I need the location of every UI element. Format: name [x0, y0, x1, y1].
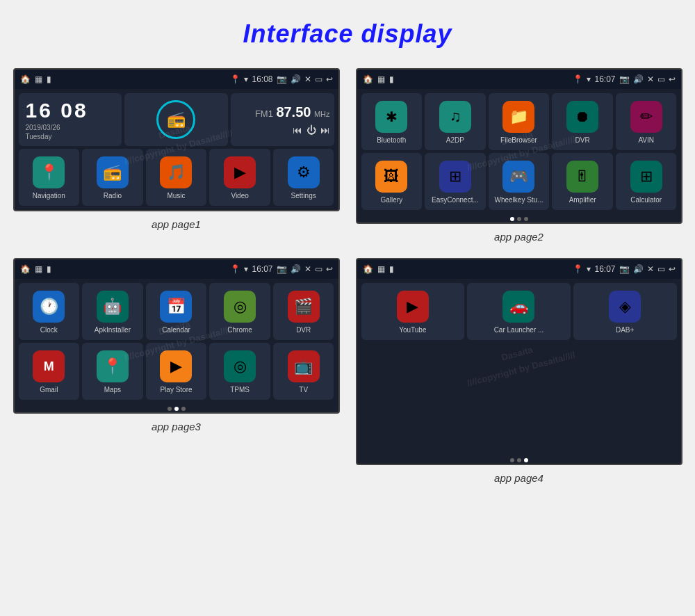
app-music[interactable]: 🎵 Music	[146, 149, 207, 206]
wifi-icon-2: ▾	[587, 74, 591, 84]
screen-block-3: 🏠 ▦ ▮ 📍 ▾ 16:07 📷 🔊 ✕ ▭ ↩ 🕐	[13, 258, 340, 484]
apkinstaller-icon-wrap: 🤖	[97, 291, 129, 323]
wheelkey-icon-wrap: 🎮	[502, 161, 534, 193]
app-gmail[interactable]: M Gmail	[19, 343, 80, 400]
app-chrome-label: Chrome	[227, 326, 252, 334]
app-bluetooth[interactable]: ✱ Bluetooth	[361, 93, 423, 150]
dot-2	[517, 217, 521, 221]
gmail-icon-wrap: M	[33, 350, 65, 382]
radio-widget[interactable]: 📻	[124, 93, 228, 146]
radio-ring: 📻	[156, 100, 195, 139]
fm-widget: FM1 87.50 MHz ⏮ ⏻ ⏭	[231, 93, 334, 146]
dot-1	[510, 217, 514, 221]
back-icon-4[interactable]: ↩	[669, 264, 676, 274]
screen-block-1: 🏠 ▦ ▮ 📍 ▾ 16:08 📷 🔊 ✕ ▭ ↩ 16	[13, 68, 340, 243]
app-settings[interactable]: ⚙ Settings	[273, 149, 334, 206]
status-bar-4: 🏠 ▦ ▮ 📍 ▾ 16:07 📷 🔊 ✕ ▭ ↩	[357, 259, 681, 279]
location-icon-2: 📍	[573, 74, 583, 84]
app-music-label: Music	[167, 192, 185, 200]
car-screen-4: 🏠 ▦ ▮ 📍 ▾ 16:07 📷 🔊 ✕ ▭ ↩ ▶	[356, 258, 682, 465]
app-video[interactable]: ▶ Video	[209, 149, 270, 206]
back-icon-3[interactable]: ↩	[326, 264, 333, 274]
tv-icon-wrap: 📺	[288, 350, 320, 382]
home-icon-4[interactable]: 🏠	[363, 264, 373, 274]
app-calendar-label: Calendar	[162, 326, 190, 334]
avin-icon-wrap: ✏	[630, 101, 662, 133]
status-time: 16:08	[252, 74, 272, 84]
app-apkinstaller[interactable]: 🤖 ApkInstaller	[82, 283, 143, 340]
grid-icon-2: ▦	[377, 74, 385, 84]
prev-track-icon[interactable]: ⏮	[293, 124, 302, 136]
app-avin[interactable]: ✏ AVIN	[616, 93, 677, 150]
app-tv[interactable]: 📺 TV	[273, 343, 334, 400]
settings-icon-wrap: ⚙	[288, 156, 320, 188]
screen-label-3: app page3	[152, 421, 201, 432]
app-dvr-3[interactable]: 🎬 DVR	[273, 283, 334, 340]
wifi-icon: ▾	[244, 74, 248, 84]
app-gallery-label: Gallery	[380, 196, 402, 204]
camera-icon: 📷	[277, 74, 287, 84]
app-amplifier[interactable]: 🎚 Amplifier	[552, 153, 613, 210]
app-dvr-3-label: DVR	[296, 326, 311, 334]
home-icon[interactable]: 🏠	[20, 74, 31, 84]
next-track-icon[interactable]: ⏭	[320, 124, 330, 136]
dab-icon-wrap: ◈	[609, 291, 641, 323]
p1-top-row: 16 08 2019/03/26 Tuesday 📻 FM1 87.50 MHz…	[15, 89, 338, 147]
app-chrome[interactable]: ◎ Chrome	[209, 283, 270, 340]
battery-icon: ▮	[47, 74, 51, 84]
clock-widget: 16 08 2019/03/26 Tuesday	[19, 93, 122, 146]
app-dab[interactable]: ◈ DAB+	[573, 283, 677, 340]
camera-icon-4: 📷	[619, 264, 630, 274]
app-gallery[interactable]: 🖼 Gallery	[361, 153, 423, 210]
home-icon-2[interactable]: 🏠	[363, 74, 373, 84]
app-a2dp[interactable]: ♫ A2DP	[425, 93, 486, 150]
video-icon-wrap: ▶	[224, 156, 256, 188]
wifi-icon-4: ▾	[587, 264, 591, 274]
screen-label-2: app page2	[494, 231, 543, 243]
app-navigation[interactable]: 📍 Navigation	[19, 149, 80, 206]
a2dp-icon-wrap: ♫	[439, 101, 471, 133]
amplifier-icon-wrap: 🎚	[566, 161, 598, 193]
close-icon-3: ✕	[304, 264, 311, 274]
app-video-label: Video	[231, 192, 248, 200]
app-tv-label: TV	[299, 386, 308, 394]
app-calendar[interactable]: 📅 Calendar	[146, 283, 207, 340]
app-youtube[interactable]: ▶ YouTube	[361, 283, 465, 340]
screen-block-2: 🏠 ▦ ▮ 📍 ▾ 16:07 📷 🔊 ✕ ▭ ↩ ✱	[355, 68, 682, 243]
app-filebrowser[interactable]: 📁 FileBrowser	[489, 93, 550, 150]
status-bar-1: 🏠 ▦ ▮ 📍 ▾ 16:08 📷 🔊 ✕ ▭ ↩	[15, 70, 338, 89]
app-playstore[interactable]: ▶ Play Store	[146, 343, 207, 400]
maps-icon-wrap: 📍	[97, 350, 129, 382]
status-time-4: 16:07	[594, 264, 615, 274]
youtube-icon-wrap: ▶	[397, 291, 429, 323]
app-calculator[interactable]: ⊞ Calculator	[616, 153, 677, 210]
screen-icon-2: ▭	[657, 74, 665, 84]
app-bluetooth-label: Bluetooth	[377, 136, 406, 144]
app-radio[interactable]: 📻 Radio	[82, 149, 143, 206]
camera-icon-3: 📷	[277, 264, 287, 274]
app-maps[interactable]: 📍 Maps	[82, 343, 143, 400]
power-icon[interactable]: ⏻	[306, 124, 316, 136]
app-youtube-label: YouTube	[399, 326, 426, 334]
screens-grid: 🏠 ▦ ▮ 📍 ▾ 16:08 📷 🔊 ✕ ▭ ↩ 16	[0, 61, 695, 498]
app-settings-label: Settings	[291, 192, 316, 200]
back-icon[interactable]: ↩	[326, 74, 333, 84]
filebrowser-icon-wrap: 📁	[502, 101, 534, 133]
tpms-icon-wrap: ◎	[224, 350, 256, 382]
chrome-icon-wrap: ◎	[224, 291, 256, 323]
grid-icon-4: ▦	[377, 264, 385, 274]
back-icon-2[interactable]: ↩	[669, 74, 676, 84]
dot-3-1	[167, 407, 172, 411]
app-dvr[interactable]: ⏺ DVR	[552, 93, 613, 150]
car-screen-3: 🏠 ▦ ▮ 📍 ▾ 16:07 📷 🔊 ✕ ▭ ↩ 🕐	[13, 258, 340, 414]
app-easyconnect[interactable]: ⊞ EasyConnect...	[425, 153, 486, 210]
app-tpms[interactable]: ◎ TPMS	[209, 343, 270, 400]
home-icon-3[interactable]: 🏠	[20, 264, 31, 274]
screen-icon-4: ▭	[657, 264, 665, 274]
app-wheelkey[interactable]: 🎮 Wheelkey Stu...	[489, 153, 550, 210]
screen-icon-3: ▭	[315, 264, 322, 274]
volume-icon-3: 🔊	[291, 264, 301, 274]
app-carlauncher[interactable]: 🚗 Car Launcher ...	[467, 283, 571, 340]
app-clock[interactable]: 🕐 Clock	[19, 283, 80, 340]
gallery-icon-wrap: 🖼	[375, 161, 407, 193]
